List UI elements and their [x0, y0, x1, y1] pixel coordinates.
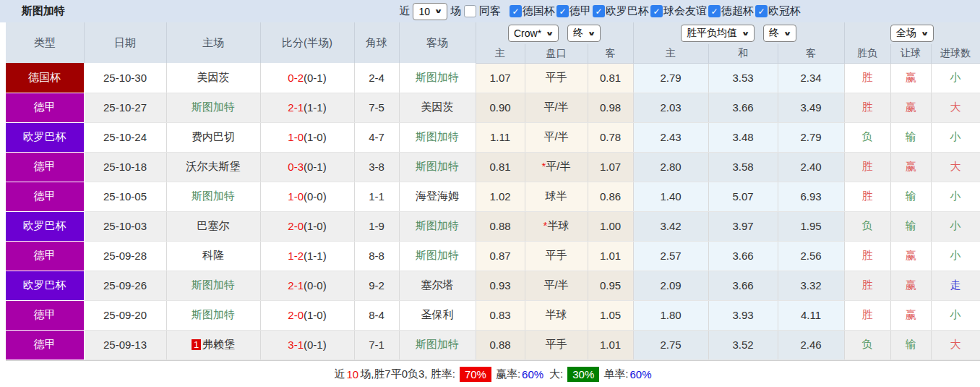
home-team-name: 沃尔夫斯堡 — [186, 160, 241, 172]
home-team[interactable]: 美因茨 — [166, 63, 260, 93]
competition-checkbox[interactable]: ✓ — [556, 5, 569, 17]
big-rate-label: 大: — [549, 367, 563, 381]
avg-away-odds: 2.40 — [778, 152, 844, 182]
result-goals: 走 — [931, 271, 980, 300]
avg-away-odds: 2.46 — [778, 330, 844, 360]
result-handicap: 输 — [890, 122, 931, 152]
table-row: 欧罗巴杯 25-10-24 费内巴切 1-0(1-0) 4-7 斯图加特 1.1… — [6, 122, 980, 152]
handicap-value: 平/半 — [546, 160, 570, 172]
match-scope-select[interactable]: 全场 ∨ — [890, 25, 934, 42]
competition-checkbox[interactable]: ✓ — [708, 5, 721, 17]
away-team[interactable]: 斯图加特 — [399, 211, 476, 241]
match-date: 25-09-28 — [84, 241, 166, 271]
away-team[interactable]: 塞尔塔 — [399, 271, 476, 300]
home-team[interactable]: 斯图加特 — [166, 300, 260, 330]
home-team-name: 斯图加特 — [192, 101, 235, 113]
full-score: 1-0 — [288, 131, 304, 143]
home-team-name: 斯图加特 — [192, 308, 235, 320]
home-team[interactable]: 1弗赖堡 — [166, 330, 260, 360]
half-score: (1-0) — [304, 309, 327, 321]
result-outcome: 胜 — [844, 300, 890, 330]
competition-filter-item: ✓ 德甲 — [556, 4, 591, 18]
corner-score: 4-7 — [354, 122, 399, 152]
corner-score: 1-1 — [354, 182, 399, 211]
ah-home-odds: 0.90 — [476, 93, 525, 122]
filter-controls: 近 10 ∨ 场 同客 ✓ 德国杯 ✓ 德甲 ✓ 欧罗巴杯 ✓ 球会友谊 ✓ 德… — [399, 3, 801, 20]
corner-score: 8-8 — [354, 241, 399, 271]
table-row: 德国杯 25-10-30 美因茨 0-2(0-1) 2-4 斯图加特 1.07 … — [6, 63, 980, 93]
away-team[interactable]: 斯图加特 — [399, 330, 476, 360]
home-team[interactable]: 斯图加特 — [166, 271, 260, 300]
home-team[interactable]: 费内巴切 — [166, 122, 260, 152]
avg-home-odds: 2.43 — [633, 122, 708, 152]
topbar: 斯图加特 近 10 ∨ 场 同客 ✓ 德国杯 ✓ 德甲 ✓ 欧罗巴杯 ✓ 球会友… — [0, 0, 980, 22]
avg-draw-odds: 3.66 — [708, 271, 778, 300]
result-goals: 大 — [931, 152, 980, 182]
subheader-avg-draw: 和 — [708, 44, 778, 63]
odds-company-select[interactable]: Crow* ∨ — [508, 25, 559, 42]
result-outcome: 负 — [844, 330, 890, 360]
away-team[interactable]: 海登海姆 — [399, 182, 476, 211]
avg-draw-odds: 3.53 — [708, 63, 778, 93]
summary-prefix: 近 — [334, 367, 345, 381]
avg-stage-select[interactable]: 终 ∨ — [763, 25, 796, 42]
avg-stage-value: 终 — [769, 27, 779, 40]
result-outcome: 胜 — [844, 93, 890, 122]
result-goals: 小 — [931, 211, 980, 241]
full-score: 2-0 — [288, 309, 304, 321]
away-team[interactable]: 斯图加特 — [399, 63, 476, 93]
single-rate-label: 单率: — [603, 367, 628, 381]
avg-header-group: 胜平负均值 ∨ 终 ∨ — [633, 22, 844, 44]
rank-badge: 1 — [192, 339, 201, 350]
away-team-name: 斯图加特 — [416, 160, 459, 172]
home-team[interactable]: 科隆 — [166, 241, 260, 271]
home-team[interactable]: 沃尔夫斯堡 — [166, 152, 260, 182]
handicap-cell: *半球 — [525, 211, 588, 241]
competition-checkbox[interactable]: ✓ — [755, 5, 768, 17]
full-score: 0-2 — [288, 72, 304, 84]
odds-stage-select[interactable]: 终 ∨ — [567, 25, 601, 42]
result-goals: 小 — [931, 182, 980, 211]
home-team-name: 美因茨 — [197, 71, 230, 83]
odds-header-group: Crow* ∨ 终 ∨ — [476, 22, 633, 44]
ah-away-odds: 0.86 — [588, 182, 633, 211]
competition-checkbox[interactable]: ✓ — [510, 5, 522, 17]
away-team[interactable]: 圣保利 — [399, 300, 476, 330]
header-away: 客场 — [399, 22, 476, 63]
away-team[interactable]: 斯图加特 — [399, 122, 476, 152]
result-outcome: 胜 — [844, 152, 890, 182]
header-corner: 角球 — [354, 22, 399, 63]
result-outcome: 胜 — [844, 182, 890, 211]
away-team[interactable]: 斯图加特 — [399, 241, 476, 271]
avg-type-value: 胜平负均值 — [687, 27, 737, 40]
competition-checkbox[interactable]: ✓ — [650, 5, 663, 17]
avg-home-odds: 2.80 — [633, 152, 708, 182]
away-team-name: 斯图加特 — [416, 338, 459, 350]
competition-checkbox[interactable]: ✓ — [593, 5, 605, 17]
handicap-value: 半球 — [546, 308, 567, 320]
matches-table: 类型 日期 主场 比分(半场) 角球 客场 Crow* ∨ 终 ∨ — [6, 22, 980, 360]
full-score: 2-1 — [288, 279, 304, 292]
avg-type-select[interactable]: 胜平负均值 ∨ — [681, 25, 755, 42]
match-date: 25-10-18 — [84, 152, 166, 182]
home-team[interactable]: 巴塞尔 — [166, 211, 260, 241]
subheader-ah-result: 让球 — [890, 44, 931, 63]
ah-home-odds: 0.83 — [476, 300, 525, 330]
handicap-value: 球半 — [546, 190, 567, 202]
home-team[interactable]: 斯图加特 — [166, 93, 260, 122]
full-score: 0-3 — [288, 161, 304, 173]
match-scope-value: 全场 — [896, 27, 916, 40]
handicap-cell: 球半 — [525, 182, 588, 211]
avg-draw-odds: 3.97 — [708, 211, 778, 241]
match-date: 25-09-26 — [84, 271, 166, 300]
same-opponent-checkbox[interactable] — [464, 5, 476, 17]
handicap-cell: 平手 — [525, 241, 588, 271]
half-score: (1-1) — [304, 250, 327, 262]
table-row: 德甲 25-09-13 1弗赖堡 3-1(0-1) 7-1 斯图加特 0.88 … — [6, 330, 980, 360]
recent-count-select[interactable]: 10 ∨ — [413, 3, 447, 20]
header-date: 日期 — [84, 22, 166, 63]
away-team[interactable]: 美因茨 — [399, 93, 476, 122]
competition-label: 欧冠杯 — [768, 4, 801, 18]
home-team[interactable]: 斯图加特 — [166, 182, 260, 211]
away-team[interactable]: 斯图加特 — [399, 152, 476, 182]
